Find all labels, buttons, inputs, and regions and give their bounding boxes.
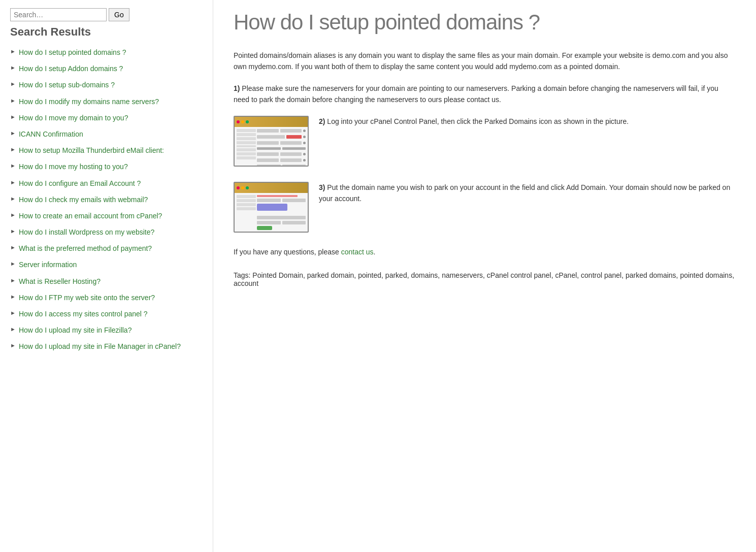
step2-text: 2) Log into your cPanel Control Panel, t… [319, 116, 736, 127]
nav-arrow: ► [10, 146, 16, 152]
search-area: Go [10, 8, 203, 21]
nav-arrow: ► [10, 64, 16, 71]
nav-item-13: ►Server information [10, 260, 203, 269]
search-input[interactable] [10, 8, 107, 21]
nav-arrow: ► [10, 196, 16, 202]
step3-image [234, 182, 309, 233]
nav-link-9[interactable]: How do I check my emails with webmail? [19, 195, 148, 204]
nav-item-6: ►How to setup Mozilla Thunderbird eMail … [10, 146, 203, 155]
nav-link-12[interactable]: What is the preferred method of payment? [19, 244, 152, 253]
nav-item-18: ►How do I upload my site in File Manager… [10, 342, 203, 351]
nav-arrow: ► [10, 310, 16, 316]
nav-item-10: ►How to create an email account from cPa… [10, 211, 203, 220]
intro-text: Pointed domains/domain aliases is any do… [234, 50, 736, 73]
contact-prefix: If you have any questions, please [234, 248, 339, 256]
nav-item-5: ►ICANN Confirmation [10, 129, 203, 139]
nav-item-16: ►How do I access my sites control panel … [10, 309, 203, 318]
nav-link-8[interactable]: How do I configure an Email Account ? [19, 179, 141, 188]
nav-arrow: ► [10, 326, 16, 332]
nav-arrow: ► [10, 98, 16, 104]
nav-item-1: ►How do I setup Addon domains ? [10, 64, 203, 73]
nav-item-12: ►What is the preferred method of payment… [10, 244, 203, 253]
nav-link-6[interactable]: How to setup Mozilla Thunderbird eMail c… [19, 146, 164, 155]
nav-arrow: ► [10, 114, 16, 120]
step3-text: 3) Put the domain name you wish to park … [319, 182, 736, 205]
nav-item-7: ►How do I move my hosting to you? [10, 162, 203, 171]
step2-block: 2) Log into your cPanel Control Panel, t… [234, 116, 736, 167]
nav-item-9: ►How do I check my emails with webmail? [10, 195, 203, 204]
nav-arrow: ► [10, 179, 16, 185]
nav-item-11: ►How do I install Wordpress on my websit… [10, 228, 203, 237]
nav-arrow: ► [10, 342, 16, 348]
step3-content: Put the domain name you wish to park on … [319, 183, 730, 203]
contact-period: . [374, 248, 376, 256]
contact-line: If you have any questions, please contac… [234, 248, 736, 256]
nav-item-4: ►How do I move my domain to you? [10, 113, 203, 122]
step2-content: Log into your cPanel Control Panel, then… [327, 117, 629, 125]
nav-arrow: ► [10, 294, 16, 300]
nav-item-8: ►How do I configure an Email Account ? [10, 179, 203, 188]
nav-arrow: ► [10, 244, 16, 250]
nav-link-13[interactable]: Server information [19, 260, 77, 269]
tags-block: Tags: Pointed Domain, parked domain, poi… [234, 271, 736, 287]
nav-item-15: ►How do I FTP my web site onto the serve… [10, 293, 203, 302]
step1-text: 1) Please make sure the nameservers for … [234, 83, 736, 106]
nav-item-14: ►What is Reseller Hosting? [10, 277, 203, 286]
step1-content: Please make sure the nameservers for you… [234, 84, 718, 104]
nav-link-1[interactable]: How do I setup Addon domains ? [19, 64, 123, 73]
nav-link-0[interactable]: How do I setup pointed domains ? [19, 48, 126, 57]
nav-item-0: ►How do I setup pointed domains ? [10, 48, 203, 57]
nav-arrow: ► [10, 212, 16, 218]
nav-arrow: ► [10, 48, 16, 54]
nav-link-17[interactable]: How do I upload my site in Filezilla? [19, 326, 132, 335]
nav-arrow: ► [10, 130, 16, 136]
nav-link-5[interactable]: ICANN Confirmation [19, 129, 83, 139]
nav-link-14[interactable]: What is Reseller Hosting? [19, 277, 101, 286]
nav-link-7[interactable]: How do I move my hosting to you? [19, 162, 128, 171]
step3-bold: 3) [319, 183, 325, 191]
nav-arrow: ► [10, 163, 16, 169]
nav-link-3[interactable]: How do I modify my domains name servers? [19, 97, 159, 106]
step2-image [234, 116, 309, 167]
nav-link-15[interactable]: How do I FTP my web site onto the server… [19, 293, 155, 302]
nav-link-4[interactable]: How do I move my domain to you? [19, 113, 128, 122]
go-button[interactable]: Go [109, 8, 129, 21]
nav-link-10[interactable]: How to create an email account from cPan… [19, 211, 162, 220]
nav-arrow: ► [10, 228, 16, 234]
nav-arrow: ► [10, 81, 16, 87]
main-content: How do I setup pointed domains ? Pointed… [213, 0, 756, 552]
contact-us-link[interactable]: contact us [341, 248, 374, 256]
nav-item-17: ►How do I upload my site in Filezilla? [10, 326, 203, 335]
nav-item-3: ►How do I modify my domains name servers… [10, 97, 203, 106]
nav-link-2[interactable]: How do I setup sub-domains ? [19, 80, 115, 89]
nav-link-11[interactable]: How do I install Wordpress on my website… [19, 228, 154, 237]
nav-link-18[interactable]: How do I upload my site in File Manager … [19, 342, 181, 351]
step1-bold: 1) [234, 84, 240, 92]
tags-content: Pointed Domain, parked domain, pointed, … [234, 271, 734, 287]
nav-arrow: ► [10, 261, 16, 267]
tags-label: Tags: [234, 271, 250, 279]
sidebar: Go Search Results ►How do I setup pointe… [0, 0, 213, 552]
step3-block: 3) Put the domain name you wish to park … [234, 182, 736, 233]
step2-bold: 2) [319, 117, 325, 125]
nav-link-16[interactable]: How do I access my sites control panel ? [19, 309, 148, 318]
nav-arrow: ► [10, 277, 16, 283]
search-results-title: Search Results [10, 25, 203, 39]
page-title: How do I setup pointed domains ? [234, 10, 736, 35]
sidebar-nav: ►How do I setup pointed domains ?►How do… [10, 48, 203, 351]
nav-item-2: ►How do I setup sub-domains ? [10, 80, 203, 89]
